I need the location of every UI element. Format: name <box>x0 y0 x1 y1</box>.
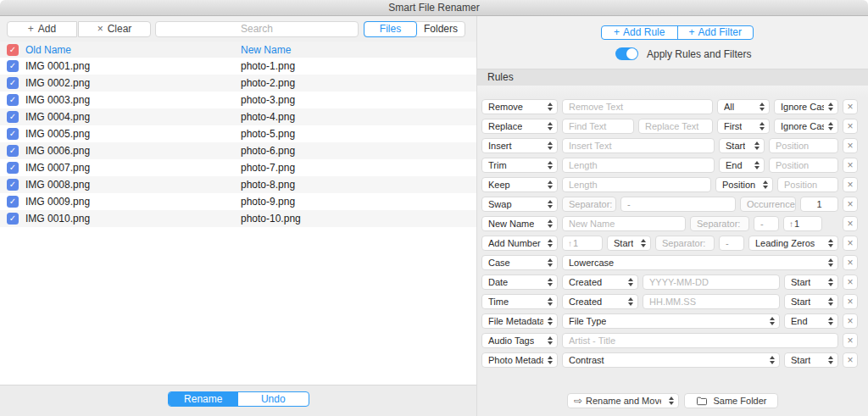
remove-rule-button[interactable]: × <box>843 177 858 192</box>
remove-rule-button[interactable]: × <box>843 236 858 251</box>
remove-rule-button[interactable]: × <box>843 99 858 114</box>
photo-metadata-select[interactable]: Photo Metadata <box>481 352 558 368</box>
yyyy-mm-dd-input[interactable] <box>643 275 780 290</box>
new-name-select[interactable]: New Name <box>481 216 558 231</box>
position-input[interactable] <box>777 177 838 192</box>
undo-button[interactable]: Undo <box>238 392 309 406</box>
select-all-checkbox[interactable]: ✓ <box>7 44 19 56</box>
remove-rule-button[interactable]: × <box>843 216 858 231</box>
table-row[interactable]: ✓IMG 0008.pngphoto-8.png <box>0 176 476 193</box>
time-select[interactable]: Time <box>481 294 558 309</box>
contrast-select[interactable]: Contrast <box>562 352 780 368</box>
row-checkbox[interactable]: ✓ <box>7 162 19 174</box>
created-select[interactable]: Created <box>562 275 638 290</box>
rename-and-move-to-select[interactable]: ⇨ Rename and Move to <box>567 393 679 408</box>
remove-rule-button[interactable]: × <box>843 138 858 153</box>
replace-select[interactable]: Replace <box>481 119 558 134</box>
row-checkbox[interactable]: ✓ <box>7 213 19 225</box>
apply-rules-toggle[interactable] <box>615 47 638 60</box>
file-metadata-select[interactable]: File Metadata <box>481 313 558 329</box>
remove-rule-button[interactable]: × <box>843 275 858 290</box>
lowercase-select[interactable]: Lowercase <box>562 255 838 270</box>
window-titlebar[interactable]: Smart File Renamer <box>0 0 868 16</box>
row-checkbox[interactable]: ✓ <box>7 128 19 140</box>
row-checkbox[interactable]: ✓ <box>7 111 19 123</box>
start-select[interactable]: Start <box>784 275 838 290</box>
swap-select[interactable]: Swap <box>481 197 558 212</box>
table-row[interactable]: ✓IMG 0006.pngphoto-6.png <box>0 142 476 159</box>
length-input[interactable] <box>562 158 715 173</box>
end-select[interactable]: End <box>784 313 838 329</box>
add-number-select[interactable]: Add Number <box>481 236 558 251</box>
remove-rule-button[interactable]: × <box>843 294 858 309</box>
table-row[interactable]: ✓IMG 0007.pngphoto-7.png <box>0 159 476 176</box>
add-filter-button[interactable]: +Add Filter <box>677 26 754 39</box>
remove-rule-button[interactable]: × <box>843 333 858 348</box>
remove-select[interactable]: Remove <box>481 99 558 114</box>
occurrence-value-field[interactable]: 1 <box>800 197 838 212</box>
row-checkbox[interactable]: ✓ <box>7 145 19 157</box>
remove-rule-button[interactable]: × <box>843 352 858 368</box>
insert-select[interactable]: Insert <box>481 138 558 153</box>
add-files-button[interactable]: +Add <box>7 21 77 37</box>
ignore-case-select[interactable]: Ignore Case <box>774 119 838 134</box>
trim-select[interactable]: Trim <box>481 158 558 173</box>
table-row[interactable]: ✓IMG 0003.pngphoto-3.png <box>0 92 476 108</box>
remove-rule-button[interactable]: × <box>843 313 858 329</box>
length-input[interactable] <box>562 177 711 192</box>
row-checkbox[interactable]: ✓ <box>7 94 19 106</box>
separator-value-input[interactable] <box>719 236 744 251</box>
case-select[interactable]: Case <box>481 255 558 270</box>
separator-value-input[interactable] <box>754 216 779 231</box>
start-select[interactable]: Start <box>784 352 838 368</box>
audio-tags-select[interactable]: Audio Tags <box>481 333 558 348</box>
all-select[interactable]: All <box>717 99 770 114</box>
keep-select[interactable]: Keep <box>481 177 558 192</box>
file-type-select[interactable]: File Type <box>562 313 780 329</box>
row-checkbox[interactable]: ✓ <box>7 77 19 89</box>
rename-button[interactable]: Rename <box>169 392 239 406</box>
artist-title-input[interactable] <box>562 333 838 348</box>
search-input[interactable] <box>155 21 359 37</box>
find-text-input[interactable] <box>562 119 634 134</box>
ignore-case-select[interactable]: Ignore Case <box>774 99 838 114</box>
created-select[interactable]: Created <box>562 294 638 309</box>
table-row[interactable]: ✓IMG 0002.pngphoto-2.png <box>0 75 476 92</box>
position-input[interactable] <box>769 158 838 173</box>
table-row[interactable]: ✓IMG 0009.pngphoto-9.png <box>0 193 476 210</box>
leading-zeros-select[interactable]: Leading Zeros <box>748 236 838 251</box>
row-checkbox[interactable]: ✓ <box>7 196 19 208</box>
table-row[interactable]: ✓IMG 0010.pngphoto-10.png <box>0 210 476 227</box>
remove-text-input[interactable] <box>562 99 713 114</box>
end-select[interactable]: End <box>719 158 765 173</box>
start-select[interactable]: Start <box>784 294 838 309</box>
position-select[interactable]: Position <box>715 177 773 192</box>
same-folder-button[interactable]: Same Folder <box>684 393 778 408</box>
tab-folders[interactable]: Folders <box>417 22 465 36</box>
date-select[interactable]: Date <box>481 275 558 290</box>
row-checkbox[interactable]: ✓ <box>7 179 19 191</box>
table-row[interactable]: ✓IMG 0004.pngphoto-4.png <box>0 108 476 125</box>
remove-rule-button[interactable]: × <box>843 197 858 212</box>
replace-text-input[interactable] <box>638 119 713 134</box>
number-stepper[interactable]: ↑1 <box>562 236 603 251</box>
first-select[interactable]: First <box>717 119 770 134</box>
add-rule-button[interactable]: +Add Rule <box>602 26 677 39</box>
number-stepper[interactable]: ↑1 <box>783 216 822 231</box>
row-checkbox[interactable]: ✓ <box>7 60 19 72</box>
start-select[interactable]: Start <box>607 236 651 251</box>
column-old-name[interactable]: Old Name <box>25 44 241 56</box>
position-input[interactable] <box>769 138 838 153</box>
separator-value-input[interactable] <box>620 197 736 212</box>
start-select[interactable]: Start <box>719 138 765 153</box>
table-row[interactable]: ✓IMG 0001.pngphoto-1.png <box>0 58 476 75</box>
tab-files[interactable]: Files <box>364 21 417 37</box>
remove-rule-button[interactable]: × <box>843 255 858 270</box>
table-row[interactable]: ✓IMG 0005.pngphoto-5.png <box>0 125 476 142</box>
remove-rule-button[interactable]: × <box>843 119 858 134</box>
insert-text-input[interactable] <box>562 138 715 153</box>
hh-mm-ss-input[interactable] <box>643 294 780 309</box>
column-new-name[interactable]: New Name <box>241 44 476 56</box>
clear-files-button[interactable]: ×Clear <box>78 21 151 37</box>
remove-rule-button[interactable]: × <box>843 158 858 173</box>
